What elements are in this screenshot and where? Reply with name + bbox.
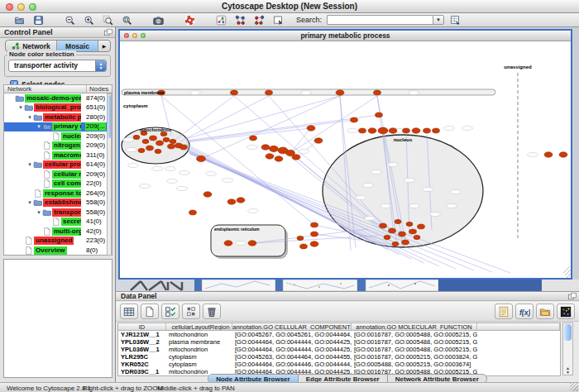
- graph-node[interactable]: [399, 232, 406, 237]
- graph-node[interactable]: [168, 144, 175, 149]
- tree-row[interactable]: mosaic-demo-yeast874(0): [4, 93, 112, 103]
- close-window-button[interactable]: [6, 3, 13, 11]
- tree-row[interactable]: nucleobase-cont209(0): [4, 131, 112, 141]
- graph-node[interactable]: [142, 139, 149, 143]
- tree-row[interactable]: Overview8(0): [4, 246, 112, 256]
- graph-node[interactable]: [250, 136, 257, 141]
- graph-node[interactable]: [300, 244, 308, 249]
- column-header[interactable]: _cellularLayoutRegion: [166, 323, 232, 330]
- tree-row[interactable]: nitrogen compou209(0): [4, 141, 112, 151]
- graph-node[interactable]: [170, 139, 176, 143]
- tree-expander-icon[interactable]: ▾: [36, 209, 42, 216]
- table-row[interactable]: YPL036W__1mitochondrion[GO:0044464, GO:0…: [118, 346, 560, 353]
- table-row[interactable]: YLR295Ccytoplasm[GO:0045263, GO:0044464,…: [118, 353, 560, 361]
- graph-node[interactable]: [275, 156, 283, 162]
- graph-node[interactable]: [559, 152, 567, 158]
- graph-node[interactable]: [380, 223, 387, 228]
- zoom-out-button[interactable]: [62, 14, 78, 26]
- tree-row[interactable]: ▾establishment of loc558(0): [4, 198, 112, 208]
- graph-node[interactable]: [311, 232, 318, 237]
- tree-expander-icon[interactable]: ▾: [36, 123, 42, 130]
- column-header[interactable]: annotation.GO CELLULAR_COMPONENT: [232, 323, 352, 330]
- unselect-attributes-button[interactable]: [182, 304, 200, 319]
- graph-node[interactable]: [368, 128, 376, 134]
- tree-row[interactable]: ▾transport558(0): [4, 208, 112, 218]
- graph-node[interactable]: [146, 146, 154, 151]
- graph-node[interactable]: [423, 128, 431, 133]
- table-row[interactable]: YPL036W__2plasma membrane[GO:0044464, GO…: [118, 338, 560, 346]
- import-attributes-button[interactable]: [536, 304, 554, 319]
- zoom-fit-button[interactable]: [119, 14, 135, 26]
- search-dropdown-button[interactable]: ▼: [433, 15, 444, 25]
- graph-node[interactable]: [224, 241, 232, 246]
- graph-node[interactable]: [389, 228, 396, 233]
- table-row[interactable]: YJR121W__1mitochondrion[GO:0045267, GO:0…: [118, 331, 560, 338]
- tree-row[interactable]: ▾biological_process651(0): [4, 103, 112, 113]
- graph-node[interactable]: [180, 145, 188, 150]
- graph-node[interactable]: [418, 224, 425, 229]
- tree-expander-icon[interactable]: ▾: [26, 161, 33, 168]
- table-scrollbar[interactable]: ▲▼: [562, 323, 573, 375]
- graph-node[interactable]: [197, 155, 206, 161]
- layout-nodes-button[interactable]: [232, 14, 248, 26]
- graph-node[interactable]: [307, 126, 315, 131]
- graph-node[interactable]: [409, 229, 417, 234]
- graph-node[interactable]: [389, 128, 397, 134]
- graph-node[interactable]: [376, 112, 383, 117]
- birds-eye-view[interactable]: [3, 259, 112, 378]
- graph-node[interactable]: [160, 131, 167, 136]
- tree-row[interactable]: multi-organism pro42(0): [4, 227, 112, 237]
- graph-node[interactable]: [384, 235, 390, 239]
- attribute-notes-button[interactable]: [495, 304, 513, 319]
- layout-edges-button[interactable]: [251, 14, 267, 26]
- graph-node[interactable]: [414, 235, 420, 239]
- graph-node[interactable]: [156, 141, 164, 146]
- tree-row[interactable]: ▾cellular process614(0): [4, 160, 112, 170]
- attribute-function-button[interactable]: f(x): [515, 304, 534, 319]
- float-panel-icon[interactable]: [104, 28, 112, 36]
- tree-row[interactable]: response to stimulu264(0): [4, 189, 112, 198]
- tree-expander-icon[interactable]: ▾: [17, 104, 24, 111]
- tree-row[interactable]: macromolecule311(0): [4, 151, 112, 160]
- search-input[interactable]: [327, 15, 433, 25]
- graph-node[interactable]: [266, 154, 274, 160]
- tree-row[interactable]: cell communicati22(0): [4, 179, 112, 189]
- zoom-in-button[interactable]: [81, 14, 97, 26]
- network-canvas[interactable]: plasma membranecytoplasmmitochondrionnuc…: [120, 41, 571, 278]
- tree-row[interactable]: secretion41(0): [4, 218, 112, 227]
- graph-node[interactable]: [359, 128, 366, 133]
- new-attribute-button[interactable]: [141, 304, 159, 319]
- attribute-matrix-button[interactable]: [557, 304, 575, 319]
- graph-node[interactable]: [231, 90, 238, 95]
- attribute-table-button[interactable]: [120, 304, 138, 319]
- annotation-button[interactable]: [270, 14, 286, 26]
- graph-node[interactable]: [270, 146, 279, 151]
- graph-node[interactable]: [189, 210, 197, 215]
- graph-node[interactable]: [544, 152, 553, 158]
- save-session-button[interactable]: [31, 14, 46, 26]
- import-table-button[interactable]: [447, 14, 463, 26]
- tree-scrollbar-thumb[interactable]: [108, 95, 111, 138]
- graph-node[interactable]: [311, 222, 318, 227]
- select-attributes-button[interactable]: [161, 304, 179, 319]
- inner-close-button[interactable]: [124, 33, 129, 38]
- tree-scrollbar[interactable]: [107, 93, 112, 256]
- graph-node[interactable]: [395, 219, 401, 223]
- table-scrollbar-thumb[interactable]: [564, 324, 572, 341]
- tree-row[interactable]: ▾metabolic process280(0): [4, 112, 112, 122]
- graph-node[interactable]: [412, 128, 420, 134]
- node-color-dropdown[interactable]: transporter activity ▲▼: [8, 60, 107, 72]
- graph-node[interactable]: [133, 135, 140, 139]
- graph-node[interactable]: [292, 155, 300, 160]
- graph-node[interactable]: [402, 240, 409, 245]
- zoom-window-button[interactable]: [29, 3, 36, 11]
- graph-node[interactable]: [261, 145, 270, 151]
- tree-expander-icon[interactable]: ▾: [26, 114, 33, 121]
- graph-node[interactable]: [374, 90, 381, 95]
- graph-node[interactable]: [297, 236, 304, 240]
- network-overview-button[interactable]: [213, 14, 229, 26]
- resize-grip[interactable]: [570, 383, 578, 391]
- column-header[interactable]: annotation.GO MOLECULAR_FUNCTION: [352, 323, 477, 330]
- graph-node[interactable]: [310, 241, 318, 247]
- graph-node[interactable]: [155, 149, 161, 153]
